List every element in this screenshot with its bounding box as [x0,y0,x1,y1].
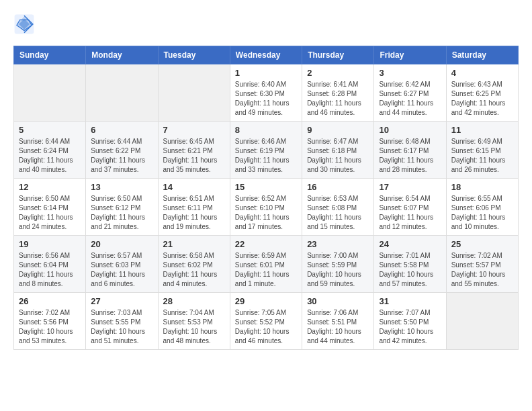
day-number: 28 [163,296,225,306]
weekday-header-thursday: Thursday [302,46,374,64]
calendar-week-5: 26Sunrise: 7:02 AMSunset: 5:56 PMDayligh… [14,293,519,350]
day-number: 31 [379,296,441,306]
day-number: 14 [163,182,225,192]
calendar-cell: 28Sunrise: 7:04 AMSunset: 5:53 PMDayligh… [158,293,230,350]
day-info: Sunrise: 6:44 AMSunset: 6:22 PMDaylight:… [91,137,152,175]
day-number: 2 [307,68,369,78]
day-info: Sunrise: 6:56 AMSunset: 6:04 PMDaylight:… [19,251,81,289]
calendar-cell: 29Sunrise: 7:05 AMSunset: 5:52 PMDayligh… [230,293,302,350]
calendar-cell: 31Sunrise: 7:07 AMSunset: 5:50 PMDayligh… [374,293,446,350]
calendar-cell: 5Sunrise: 6:44 AMSunset: 6:24 PMDaylight… [14,122,86,179]
day-info: Sunrise: 7:07 AMSunset: 5:50 PMDaylight:… [379,308,441,346]
day-info: Sunrise: 6:48 AMSunset: 6:17 PMDaylight:… [379,137,441,175]
calendar-week-1: 1Sunrise: 6:40 AMSunset: 6:30 PMDaylight… [14,64,519,122]
calendar-cell: 4Sunrise: 6:43 AMSunset: 6:25 PMDaylight… [446,64,518,122]
calendar-cell [86,64,158,122]
day-info: Sunrise: 7:01 AMSunset: 5:58 PMDaylight:… [379,251,441,289]
day-number: 20 [91,239,152,249]
day-number: 21 [163,239,225,249]
day-number: 7 [163,125,225,135]
day-number: 17 [379,182,441,192]
day-info: Sunrise: 7:02 AMSunset: 5:57 PMDaylight:… [451,251,513,289]
day-number: 10 [379,125,441,135]
calendar-cell [14,64,86,122]
day-number: 5 [19,125,81,135]
calendar-cell [446,293,518,350]
calendar-cell: 10Sunrise: 6:48 AMSunset: 6:17 PMDayligh… [374,122,446,179]
day-number: 16 [307,182,369,192]
calendar-cell: 15Sunrise: 6:52 AMSunset: 6:10 PMDayligh… [230,179,302,236]
day-info: Sunrise: 6:49 AMSunset: 6:15 PMDaylight:… [451,137,513,175]
day-info: Sunrise: 7:02 AMSunset: 5:56 PMDaylight:… [19,308,81,346]
weekday-header-monday: Monday [86,46,158,64]
calendar-cell: 22Sunrise: 6:59 AMSunset: 6:01 PMDayligh… [230,236,302,293]
day-info: Sunrise: 7:06 AMSunset: 5:51 PMDaylight:… [307,308,369,346]
calendar-cell: 12Sunrise: 6:50 AMSunset: 6:14 PMDayligh… [14,179,86,236]
calendar-cell: 16Sunrise: 6:53 AMSunset: 6:08 PMDayligh… [302,179,374,236]
calendar-cell: 17Sunrise: 6:54 AMSunset: 6:07 PMDayligh… [374,179,446,236]
day-info: Sunrise: 6:51 AMSunset: 6:11 PMDaylight:… [163,194,225,232]
day-number: 12 [19,182,81,192]
weekday-header-friday: Friday [374,46,446,64]
page-header [13,13,519,35]
calendar-cell: 13Sunrise: 6:50 AMSunset: 6:12 PMDayligh… [86,179,158,236]
calendar-cell: 9Sunrise: 6:47 AMSunset: 6:18 PMDaylight… [302,122,374,179]
day-number: 9 [307,125,369,135]
day-info: Sunrise: 6:46 AMSunset: 6:19 PMDaylight:… [235,137,297,175]
day-info: Sunrise: 6:41 AMSunset: 6:28 PMDaylight:… [307,80,369,118]
day-number: 3 [379,68,441,78]
day-number: 19 [19,239,81,249]
day-info: Sunrise: 7:03 AMSunset: 5:55 PMDaylight:… [91,308,152,346]
calendar-cell: 3Sunrise: 6:42 AMSunset: 6:27 PMDaylight… [374,64,446,122]
day-number: 24 [379,239,441,249]
calendar-cell: 25Sunrise: 7:02 AMSunset: 5:57 PMDayligh… [446,236,518,293]
day-number: 4 [451,68,513,78]
day-info: Sunrise: 6:40 AMSunset: 6:30 PMDaylight:… [235,80,297,118]
day-info: Sunrise: 6:50 AMSunset: 6:12 PMDaylight:… [91,194,152,232]
calendar-week-4: 19Sunrise: 6:56 AMSunset: 6:04 PMDayligh… [14,236,519,293]
calendar-cell [158,64,230,122]
calendar-week-2: 5Sunrise: 6:44 AMSunset: 6:24 PMDaylight… [14,122,519,179]
day-info: Sunrise: 6:42 AMSunset: 6:27 PMDaylight:… [379,80,441,118]
day-number: 22 [235,239,297,249]
weekday-header-sunday: Sunday [14,46,86,64]
calendar-cell: 19Sunrise: 6:56 AMSunset: 6:04 PMDayligh… [14,236,86,293]
day-number: 23 [307,239,369,249]
weekday-header-tuesday: Tuesday [158,46,230,64]
day-info: Sunrise: 6:57 AMSunset: 6:03 PMDaylight:… [91,251,152,289]
calendar-cell: 7Sunrise: 6:45 AMSunset: 6:21 PMDaylight… [158,122,230,179]
calendar-cell: 11Sunrise: 6:49 AMSunset: 6:15 PMDayligh… [446,122,518,179]
weekday-header-wednesday: Wednesday [230,46,302,64]
day-number: 27 [91,296,152,306]
calendar-cell: 6Sunrise: 6:44 AMSunset: 6:22 PMDaylight… [86,122,158,179]
day-number: 8 [235,125,297,135]
day-info: Sunrise: 6:53 AMSunset: 6:08 PMDaylight:… [307,194,369,232]
calendar-cell: 21Sunrise: 6:58 AMSunset: 6:02 PMDayligh… [158,236,230,293]
weekday-header-saturday: Saturday [446,46,518,64]
day-info: Sunrise: 7:00 AMSunset: 5:59 PMDaylight:… [307,251,369,289]
day-number: 26 [19,296,81,306]
calendar-cell: 1Sunrise: 6:40 AMSunset: 6:30 PMDaylight… [230,64,302,122]
day-info: Sunrise: 6:44 AMSunset: 6:24 PMDaylight:… [19,137,81,175]
day-number: 13 [91,182,152,192]
day-info: Sunrise: 7:05 AMSunset: 5:52 PMDaylight:… [235,308,297,346]
day-info: Sunrise: 6:43 AMSunset: 6:25 PMDaylight:… [451,80,513,118]
calendar-cell: 23Sunrise: 7:00 AMSunset: 5:59 PMDayligh… [302,236,374,293]
day-number: 30 [307,296,369,306]
day-number: 1 [235,68,297,78]
day-info: Sunrise: 7:04 AMSunset: 5:53 PMDaylight:… [163,308,225,346]
day-number: 11 [451,125,513,135]
logo [13,13,39,35]
weekday-header-row: SundayMondayTuesdayWednesdayThursdayFrid… [14,46,519,64]
calendar-cell: 20Sunrise: 6:57 AMSunset: 6:03 PMDayligh… [86,236,158,293]
day-number: 15 [235,182,297,192]
calendar-cell: 8Sunrise: 6:46 AMSunset: 6:19 PMDaylight… [230,122,302,179]
calendar-cell: 30Sunrise: 7:06 AMSunset: 5:51 PMDayligh… [302,293,374,350]
day-number: 29 [235,296,297,306]
calendar-cell: 24Sunrise: 7:01 AMSunset: 5:58 PMDayligh… [374,236,446,293]
day-info: Sunrise: 6:58 AMSunset: 6:02 PMDaylight:… [163,251,225,289]
day-number: 18 [451,182,513,192]
day-number: 6 [91,125,152,135]
day-info: Sunrise: 6:59 AMSunset: 6:01 PMDaylight:… [235,251,297,289]
day-info: Sunrise: 6:47 AMSunset: 6:18 PMDaylight:… [307,137,369,175]
